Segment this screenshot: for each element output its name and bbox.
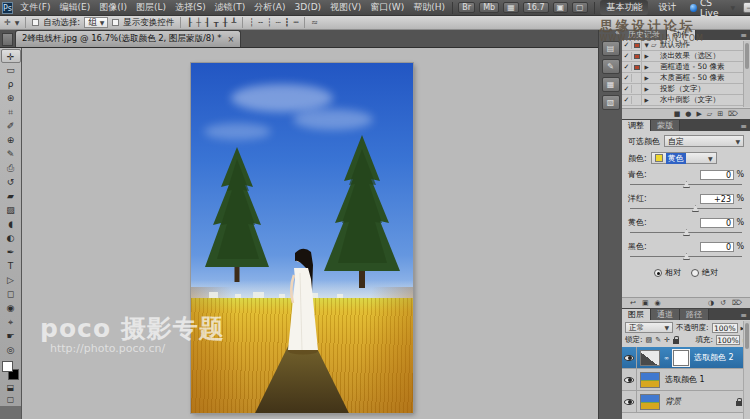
eraser-tool[interactable]: ▰ bbox=[1, 189, 21, 203]
menu-item[interactable]: 分析(A) bbox=[250, 0, 290, 15]
foreground-color-swatch[interactable] bbox=[2, 361, 13, 372]
dodge-tool[interactable]: ◐ bbox=[1, 231, 21, 245]
photo-document[interactable] bbox=[191, 63, 413, 413]
align-icon[interactable]: ┼ bbox=[196, 17, 201, 29]
panel-menu-icon[interactable]: ≡ bbox=[740, 31, 750, 40]
menu-item[interactable]: 视图(V) bbox=[326, 0, 366, 15]
slider-value-input[interactable]: 0 bbox=[700, 170, 734, 180]
distribute-icon[interactable]: ┇ bbox=[285, 17, 290, 29]
layer-mask-thumbnail[interactable] bbox=[673, 350, 689, 366]
toggle-visibility-icon[interactable]: ◉ bbox=[655, 298, 661, 308]
gradient-tool[interactable]: ▨ bbox=[1, 203, 21, 217]
crop-tool[interactable]: ⌗ bbox=[1, 105, 21, 119]
slider-track[interactable] bbox=[630, 253, 742, 261]
screen-mode-icon[interactable]: ▢ bbox=[572, 2, 588, 13]
slider-thumb[interactable] bbox=[692, 205, 699, 212]
slider-thumb[interactable] bbox=[683, 253, 690, 260]
menu-item[interactable]: 图层(L) bbox=[131, 0, 170, 15]
distribute-icon[interactable]: ┆ bbox=[249, 17, 254, 29]
lock-pixels-icon[interactable]: ✎ bbox=[655, 336, 661, 344]
lock-all-icon[interactable] bbox=[673, 339, 679, 344]
shape-tool[interactable]: ◻ bbox=[1, 287, 21, 301]
distribute-icon[interactable]: ┉ bbox=[293, 17, 298, 29]
item-check-toggle[interactable]: ✓ bbox=[622, 96, 632, 104]
item-check-toggle[interactable]: ✓ bbox=[622, 63, 632, 71]
bridge-icon[interactable]: Br bbox=[458, 2, 475, 13]
arrange-documents-icon[interactable]: ▣ bbox=[553, 2, 569, 13]
auto-select-dropdown[interactable]: 组 ▼ bbox=[84, 17, 108, 28]
align-icon[interactable]: ┠ bbox=[187, 17, 192, 29]
tab-adjustments[interactable]: 调整 bbox=[622, 120, 651, 131]
return-to-adjustment-list-icon[interactable]: ↩ bbox=[630, 298, 636, 308]
auto-align-icon[interactable]: ≈ bbox=[311, 17, 318, 29]
distribute-icon[interactable]: ╌ bbox=[258, 17, 263, 29]
align-icon[interactable]: ┸ bbox=[231, 17, 236, 29]
stop-icon[interactable]: ■ bbox=[674, 109, 681, 119]
zoom-tool[interactable]: ◎ bbox=[1, 343, 21, 357]
slider-thumb[interactable] bbox=[683, 229, 690, 236]
workspace-design-button[interactable]: 设计 bbox=[652, 0, 682, 15]
menu-item[interactable]: 文件(F) bbox=[16, 0, 55, 15]
character-panel-icon[interactable]: ▧ bbox=[602, 95, 620, 110]
menu-item[interactable]: 窗口(W) bbox=[366, 0, 409, 15]
item-check-toggle[interactable]: ✓ bbox=[622, 52, 632, 60]
menu-item[interactable]: 滤镜(T) bbox=[210, 0, 250, 15]
layer-row-selective-color-1[interactable]: 选取颜色 1 bbox=[622, 369, 750, 391]
healing-brush-tool[interactable]: ⊕ bbox=[1, 133, 21, 147]
move-tool[interactable]: ✛ bbox=[1, 49, 21, 63]
auto-select-checkbox[interactable] bbox=[32, 19, 39, 26]
lasso-tool[interactable]: ρ bbox=[1, 77, 21, 91]
new-set-icon[interactable]: ▱ bbox=[707, 109, 712, 119]
dialog-toggle-icon[interactable] bbox=[634, 65, 640, 70]
relative-radio[interactable]: 相对 bbox=[654, 267, 681, 278]
layer-row-selective-color-2[interactable]: ∞ 选取颜色 2 bbox=[622, 347, 750, 369]
tab-paths[interactable]: 路径 bbox=[680, 309, 709, 320]
quick-mask-icon[interactable]: ⬓ bbox=[1, 382, 21, 394]
panel-menu-icon[interactable]: ≡ bbox=[740, 311, 750, 320]
3d-rotate-tool[interactable]: ◉ bbox=[1, 301, 21, 315]
tab-history[interactable]: 历史记录 bbox=[622, 29, 667, 40]
chevron-down-icon[interactable]: ▼ bbox=[15, 19, 20, 26]
blur-tool[interactable]: ◖ bbox=[1, 217, 21, 231]
brush-tool[interactable]: ✎ bbox=[1, 147, 21, 161]
view-previous-state-icon[interactable]: ◑ bbox=[708, 298, 714, 308]
lock-position-icon[interactable]: ✛ bbox=[664, 336, 670, 344]
color-swatches[interactable] bbox=[1, 360, 21, 382]
slider-track[interactable] bbox=[630, 181, 742, 189]
visibility-eye-icon[interactable] bbox=[624, 377, 634, 383]
visibility-eye-icon[interactable] bbox=[624, 355, 634, 361]
expander-icon[interactable]: ▶ bbox=[642, 75, 651, 81]
eyedropper-tool[interactable]: ✐ bbox=[1, 119, 21, 133]
menu-item[interactable]: 选择(S) bbox=[171, 0, 211, 15]
path-selection-tool[interactable]: ▷ bbox=[1, 273, 21, 287]
slider-thumb[interactable] bbox=[683, 181, 690, 188]
radio-icon[interactable] bbox=[654, 269, 662, 277]
expander-icon[interactable]: ▼ bbox=[642, 42, 651, 48]
slider-track[interactable] bbox=[630, 229, 742, 237]
item-check-toggle[interactable]: ✓ bbox=[622, 74, 632, 82]
menu-item[interactable]: 帮助(H) bbox=[409, 0, 450, 15]
tab-channels[interactable]: 通道 bbox=[651, 309, 680, 320]
color-channel-dropdown[interactable]: 黄色 ▼ bbox=[651, 152, 717, 164]
expander-icon[interactable]: ▶ bbox=[642, 64, 651, 70]
record-icon[interactable]: ● bbox=[685, 109, 691, 119]
expander-icon[interactable]: ▶ bbox=[642, 97, 651, 103]
blend-mode-dropdown[interactable]: 正常 ▼ bbox=[625, 322, 673, 333]
item-check-toggle[interactable]: ✓ bbox=[622, 85, 632, 93]
clip-to-layer-icon[interactable]: ▣ bbox=[642, 298, 649, 308]
radio-icon[interactable] bbox=[691, 269, 699, 277]
slider-track[interactable] bbox=[630, 205, 742, 213]
align-icon[interactable]: ╂ bbox=[223, 17, 228, 29]
slider-value-input[interactable]: +23 bbox=[700, 194, 734, 204]
document-tab[interactable]: 2蜂电线杆.jpg @ 16.7%(选取颜色 2, 图层蒙版/8) * × bbox=[15, 30, 241, 47]
lock-transparency-icon[interactable]: ▨ bbox=[646, 336, 653, 344]
layer-thumbnail[interactable] bbox=[640, 372, 660, 388]
styles-panel-icon[interactable]: ▤ bbox=[602, 41, 620, 56]
item-check-toggle[interactable]: ✓ bbox=[622, 41, 632, 49]
menu-item[interactable]: 图像(I) bbox=[95, 0, 132, 15]
layer-name[interactable]: 选取颜色 1 bbox=[665, 374, 705, 385]
new-action-icon[interactable]: ⊞ bbox=[717, 109, 723, 119]
screen-mode-icon[interactable]: ▢ bbox=[1, 394, 21, 406]
tab-layers[interactable]: 图层 bbox=[622, 309, 651, 320]
layer-name[interactable]: 选取颜色 2 bbox=[694, 352, 734, 363]
